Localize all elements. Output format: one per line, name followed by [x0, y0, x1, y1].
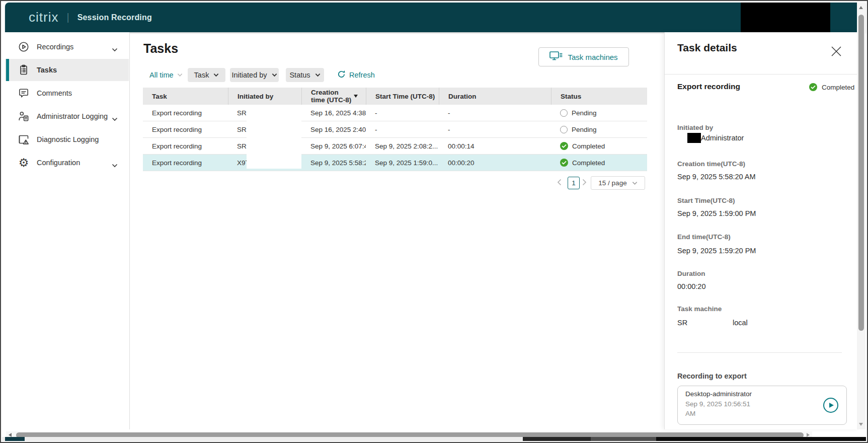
pagination-page-1[interactable]: 1 [568, 177, 580, 189]
table-header-row: Task Initiated by Creation time (UTC-8) … [143, 88, 647, 105]
active-indicator-bar [6, 59, 9, 81]
close-icon[interactable] [830, 45, 844, 59]
time-filter-dropdown[interactable]: All time [149, 68, 183, 82]
field-value-start-time: Sep 9, 2025 1:59:00 PM [677, 209, 756, 217]
table-row[interactable]: Export recording SRClou Sep 16, 2025 2:4… [143, 121, 647, 138]
sidebar-nav: Recordings Tasks Comments Administrator … [2, 32, 130, 429]
product-title: Session Recording [77, 13, 152, 22]
scroll-left-arrow-icon[interactable] [9, 433, 12, 437]
chevron-down-icon [632, 181, 638, 185]
field-value-initiated-by: Administrator [687, 133, 744, 143]
sidebar-item-label: Diagnostic Logging [37, 135, 99, 143]
admin-logging-icon [18, 110, 30, 122]
sidebar-item-administrator-logging[interactable]: Administrator Logging [5, 105, 129, 127]
column-header-start-time[interactable]: Start Time (UTC-8) [366, 88, 439, 105]
task-details-panel: Task details Export recording Completed … [664, 32, 859, 429]
bottom-edge-segment [656, 437, 866, 441]
scroll-down-arrow-icon[interactable] [859, 423, 863, 426]
sidebar-item-tasks[interactable]: Tasks [5, 59, 129, 81]
sidebar-item-configuration[interactable]: ⚙ Configuration [5, 152, 129, 174]
field-label-start-time: Start Time(UTC-8) [677, 197, 735, 204]
column-header-label: Creation time (UTC-8) [311, 89, 353, 104]
status-label: Completed [572, 142, 605, 150]
panel-divider [677, 352, 842, 353]
task-filter-label: Task [194, 71, 209, 79]
monitor-icon [549, 50, 563, 64]
field-value-duration: 00:00:20 [677, 282, 705, 290]
initiated-by-filter-label: Initiated by [231, 71, 267, 79]
recording-card[interactable]: Desktop-administrator Sep 9, 2025 10:56:… [677, 386, 847, 425]
column-header-task[interactable]: Task [143, 88, 228, 105]
scroll-right-arrow-icon[interactable] [807, 433, 810, 437]
cell-status: Completed [551, 155, 647, 171]
chevron-down-icon [177, 73, 183, 77]
recordings-play-icon [18, 41, 30, 53]
task-machines-button[interactable]: Task machines [538, 47, 629, 66]
sidebar-item-recordings[interactable]: Recordings [5, 36, 129, 58]
field-label-task-machine: Task machine [677, 305, 722, 313]
window-bottom-edge [2, 437, 866, 441]
table-row[interactable]: Export recording SRClou Sep 16, 2025 4:3… [143, 105, 647, 121]
recording-timestamp-suffix: AM [685, 410, 695, 417]
cell-task: Export recording [143, 105, 228, 121]
cell-duration: 00:00:20 [439, 155, 551, 171]
field-label-duration: Duration [677, 270, 705, 277]
page-size-dropdown[interactable]: 15 / page [591, 176, 645, 190]
play-icon [829, 403, 834, 408]
pending-status-icon [560, 109, 568, 117]
recording-name: Desktop-administrator [685, 390, 752, 398]
table-redaction-box [247, 105, 301, 169]
sidebar-item-diagnostic-logging[interactable]: Diagnostic Logging [5, 128, 129, 151]
table-row[interactable]: Export recording SRClou Sep 9, 2025 6:07… [143, 138, 647, 155]
chevron-down-icon[interactable] [112, 114, 118, 123]
vertical-scrollbar[interactable] [857, 3, 865, 429]
vertical-scrollbar-thumb[interactable] [858, 15, 864, 331]
sidebar-item-label: Configuration [37, 159, 80, 167]
column-header-initiated-by[interactable]: Initiated by [228, 88, 301, 105]
chevron-down-icon[interactable] [112, 45, 118, 54]
status-filter-label: Status [289, 71, 310, 79]
completed-status-icon [560, 159, 568, 167]
sidebar-item-comments[interactable]: Comments [5, 82, 129, 104]
sidebar-item-label: Tasks [37, 66, 57, 74]
scroll-up-arrow-icon[interactable] [859, 6, 863, 9]
column-header-status[interactable]: Status [551, 88, 647, 105]
cell-duration: 00:00:14 [439, 138, 551, 154]
page-size-label: 15 / page [598, 179, 626, 187]
column-header-creation-time[interactable]: Creation time (UTC-8) [301, 88, 366, 105]
refresh-icon [337, 70, 346, 80]
table-row-selected[interactable]: Export recording X9T3XY Sep 9, 2025 5:58… [143, 155, 647, 171]
logo-separator: | [66, 12, 69, 23]
field-value-end-time: Sep 9, 2025 1:59:20 PM [677, 247, 756, 255]
sidebar-item-label: Administrator Logging [37, 112, 108, 120]
sidebar-item-label: Recordings [37, 43, 73, 51]
initiated-by-filter-dropdown[interactable]: Initiated by [230, 68, 279, 82]
panel-divider [665, 74, 859, 75]
status-label: Completed [822, 84, 854, 91]
status-label: Completed [572, 159, 605, 167]
time-filter-label: All time [149, 71, 174, 79]
refresh-label: Refresh [349, 71, 375, 79]
cell-duration: - [439, 121, 551, 137]
tasks-clipboard-icon [18, 64, 30, 76]
field-value-creation-time: Sep 9, 2025 5:58:20 AM [677, 173, 756, 181]
chevron-down-icon [315, 73, 321, 77]
bottom-edge-segment [5, 437, 25, 441]
task-filter-dropdown[interactable]: Task [188, 68, 225, 82]
tasks-table: Task Initiated by Creation time (UTC-8) … [143, 88, 647, 171]
bottom-edge-segment [591, 437, 656, 441]
cell-status: Pending [551, 121, 647, 137]
pagination-next-button[interactable] [582, 179, 587, 188]
chevron-down-icon[interactable] [112, 161, 118, 170]
cell-status: Completed [551, 138, 647, 154]
detail-task-type: Export recording [677, 82, 740, 91]
pagination-prev-button[interactable] [557, 179, 562, 188]
sort-descending-icon[interactable] [354, 95, 358, 98]
play-recording-button[interactable] [823, 398, 838, 413]
status-filter-dropdown[interactable]: Status [286, 68, 324, 82]
cell-start-time: Sep 9, 2025 1:59:0... [366, 155, 439, 171]
refresh-button[interactable]: Refresh [337, 68, 375, 82]
column-header-duration[interactable]: Duration [439, 88, 551, 105]
chevron-down-icon [213, 73, 219, 77]
cell-duration: - [439, 105, 551, 121]
